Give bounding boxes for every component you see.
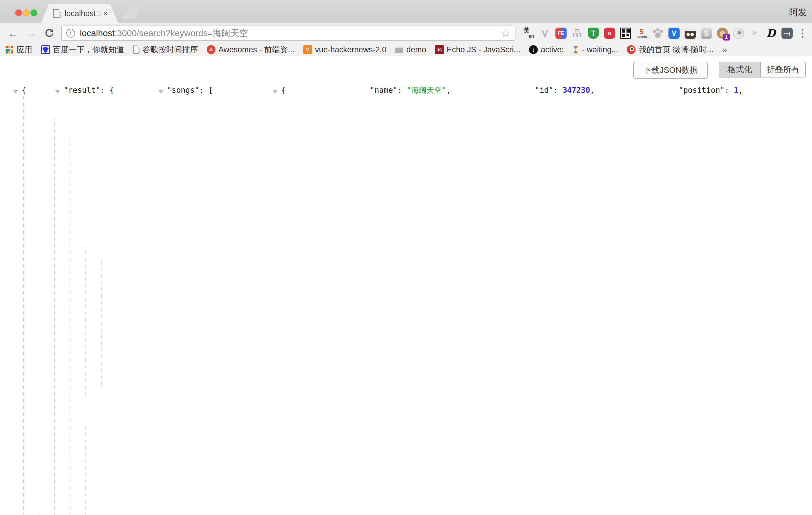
qrcode-icon[interactable]	[620, 28, 631, 39]
address-bar[interactable]: i localhost:3000/search?keywords=海阔天空 ☆	[61, 26, 516, 41]
json-string: "海阔天空"	[407, 86, 446, 94]
sitemap-icon[interactable]: 品	[572, 28, 583, 39]
tab-title: localhost:3000/search?keywor	[65, 9, 102, 18]
json-punctuation: : {	[100, 86, 114, 94]
bookmark-label: demo	[406, 45, 426, 54]
json-key: "position"	[679, 86, 725, 94]
bookmark-label: Awesomes - 前端资...	[219, 44, 294, 55]
json-key: "id"	[535, 86, 553, 94]
format-button[interactable]: 格式化	[719, 62, 761, 77]
collapse-arrow-icon[interactable]	[272, 90, 278, 94]
json-punctuation: :	[553, 86, 562, 94]
bookmark-label: 百度一下，你就知道	[53, 44, 124, 55]
hourglass-icon	[573, 45, 579, 54]
html5-player-icon[interactable]: 5PLAYER	[636, 28, 647, 39]
json-line: {	[0, 86, 26, 94]
json-tree: {"result": {"songs": [{"name": "海阔天空","i…	[0, 85, 812, 515]
url-host: localhost	[80, 28, 115, 38]
url-path: :3000/search?keywords=海阔天空	[115, 28, 248, 38]
bird-icon[interactable]: ✈	[748, 26, 762, 40]
bookmark-items: 应用百度一下，你就知道谷歌按时间排序AAwesomes - 前端资...Vvue…	[5, 44, 722, 55]
bookmark-baidu[interactable]: 百度一下，你就知道	[41, 44, 124, 55]
translate-icon[interactable]: 英en	[523, 28, 534, 39]
echojs-icon: JS	[435, 45, 444, 54]
tab-strip: localhost:3000/search?keywor × 阿发	[0, 0, 812, 23]
browser-tab[interactable]: localhost:3000/search?keywor ×	[41, 4, 118, 23]
json-key: "result"	[64, 86, 100, 94]
bookmark-awesomes[interactable]: AAwesomes - 前端资...	[207, 44, 294, 55]
json-number: 347230	[562, 86, 590, 94]
bookmark-label: vue-hackernews-2.0	[315, 45, 386, 54]
tree-guide-line	[23, 96, 24, 515]
tab-close-icon[interactable]: ×	[103, 9, 108, 18]
browser-window: localhost:3000/search?keywor × 阿发 ← → i …	[0, 0, 812, 515]
json-line: {	[213, 86, 286, 94]
bookmark-apps[interactable]: 应用	[5, 44, 32, 55]
vuehn-icon: V	[303, 45, 312, 54]
bookmark-star-icon[interactable]: ☆	[501, 28, 510, 38]
bookmark-active[interactable]: ↓active:	[529, 45, 563, 54]
page-favicon-icon	[53, 9, 60, 18]
vue-devtools-icon[interactable]: V	[539, 28, 550, 39]
folder-icon	[395, 48, 403, 53]
chrome-menu-icon[interactable]: ⋮	[797, 27, 809, 39]
bookmark-google-sort[interactable]: 谷歌按时间排序	[133, 44, 198, 55]
proxy-mask-icon[interactable]	[685, 28, 696, 39]
collapse-arrow-icon[interactable]	[13, 90, 18, 94]
tree-guide-line	[85, 247, 86, 398]
collapse-arrow-icon[interactable]	[55, 90, 60, 94]
monkey-badge-icon[interactable]: 1	[717, 28, 728, 39]
page-info-icon[interactable]: i	[66, 29, 75, 37]
json-punctuation: ,	[590, 86, 595, 94]
json-line: "position": 1,	[595, 86, 743, 94]
tree-guide-line	[54, 119, 55, 515]
paw-icon[interactable]	[652, 28, 663, 39]
reload-button[interactable]	[44, 28, 55, 38]
json-key: "songs"	[167, 86, 199, 94]
json-key: "name"	[370, 86, 398, 94]
page-icon	[133, 46, 140, 54]
bookmark-label: 我的首页 微博-随时...	[638, 44, 713, 55]
bookmark-label: - waiting...	[582, 45, 618, 54]
collapse-all-button[interactable]: 折叠所有	[761, 62, 805, 77]
bookmarks-bar: 应用百度一下，你就知道谷歌按时间排序AAwesomes - 前端资...Vvue…	[0, 44, 812, 56]
traffic-light-close-icon[interactable]	[15, 9, 22, 16]
json-punctuation: :	[398, 86, 407, 94]
json-punctuation: : [	[199, 86, 213, 94]
bookmark-waiting[interactable]: - waiting...	[573, 45, 618, 54]
traffic-light-zoom-icon[interactable]	[31, 9, 37, 16]
traffic-light-minimize-icon[interactable]	[23, 9, 30, 16]
bookmark-weibo-home[interactable]: 我的首页 微博-随时...	[627, 44, 713, 55]
bookmark-label: active:	[541, 45, 563, 54]
tree-guide-line	[101, 259, 102, 387]
json-line: "alias": [],	[743, 86, 812, 94]
json-punctuation: ,	[446, 86, 451, 94]
bookmark-label: Echo JS - JavaScri...	[447, 45, 521, 54]
json-line: "name": "海阔天空",	[286, 86, 451, 94]
bookmark-label: 应用	[17, 44, 32, 55]
extensions: 英enVFE品T»5PLAYERVS1✈D•••|	[523, 28, 793, 39]
fehelper-icon[interactable]: FE	[555, 28, 567, 39]
bookmark-demo[interactable]: demo	[395, 45, 426, 54]
awesomes-icon: A	[207, 45, 215, 54]
s-extension-icon[interactable]: S	[701, 28, 712, 39]
tampermonkey-icon[interactable]: T	[588, 28, 599, 39]
password-manager-icon[interactable]: •••|	[781, 28, 793, 39]
back-button[interactable]: ←	[8, 28, 19, 39]
weibo-gray-icon[interactable]	[733, 28, 744, 39]
vimium-icon[interactable]: V	[668, 28, 679, 39]
download-json-button[interactable]: 下载JSON数据	[633, 62, 708, 79]
bookmarks-overflow-chevron[interactable]: »	[722, 45, 727, 55]
video-speed-icon[interactable]: »	[604, 28, 615, 39]
json-punctuation: {	[281, 86, 286, 94]
bookmark-echojs[interactable]: JSEcho JS - JavaScri...	[435, 45, 521, 54]
json-line: "songs": [	[114, 86, 213, 94]
view-mode-toggle: 格式化 折叠所有	[719, 62, 806, 78]
new-tab-button[interactable]	[120, 6, 143, 19]
bookmark-vue-hackernews[interactable]: Vvue-hackernews-2.0	[303, 45, 386, 54]
json-punctuation: {	[22, 86, 26, 94]
d-letter-icon[interactable]: D	[765, 28, 777, 39]
collapse-arrow-icon[interactable]	[158, 90, 164, 94]
tree-guide-line	[39, 108, 39, 515]
profile-name[interactable]: 阿发	[789, 6, 807, 19]
